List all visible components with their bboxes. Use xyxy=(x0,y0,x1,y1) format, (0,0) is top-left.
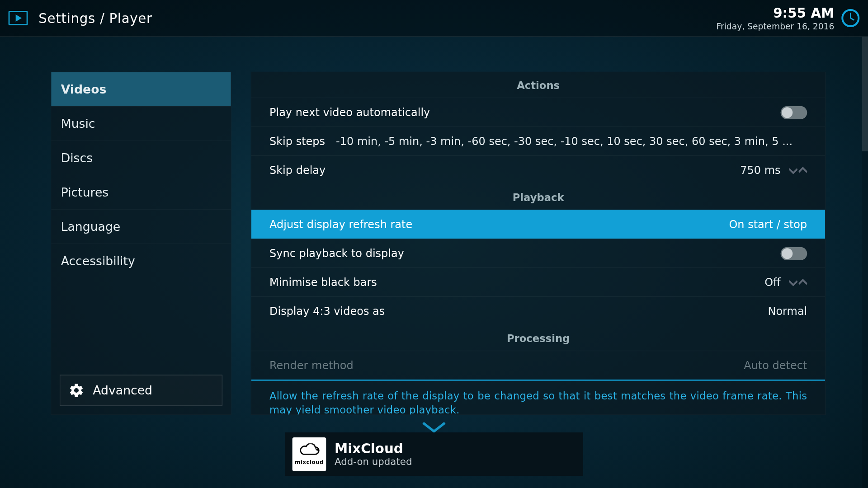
row-skip-steps[interactable]: Skip steps -10 min, -5 min, -3 min, -60 … xyxy=(251,127,825,155)
row-label: Sync playback to display xyxy=(269,247,404,260)
row-label: Display 4:3 videos as xyxy=(269,305,385,318)
row-render-method: Render method Auto detect xyxy=(251,351,825,380)
row-label: Play next video automatically xyxy=(269,106,430,119)
toggle-sync-playback[interactable] xyxy=(781,247,807,260)
section-title-actions: Actions xyxy=(251,72,825,98)
section-title-processing: Processing xyxy=(251,325,825,351)
spinner-icon[interactable] xyxy=(789,278,807,286)
row-display-4-3[interactable]: Display 4:3 videos as Normal xyxy=(251,296,825,325)
row-sync-playback[interactable]: Sync playback to display xyxy=(251,239,825,267)
sidebar-item-label: Pictures xyxy=(61,185,109,199)
row-value: Off xyxy=(764,276,780,289)
setting-hint-text: Allow the refresh rate of the display to… xyxy=(251,380,825,415)
sidebar-item-label: Discs xyxy=(61,150,93,165)
row-value: Normal xyxy=(768,305,807,318)
clock-icon xyxy=(841,9,859,27)
gear-icon xyxy=(69,383,85,399)
sidebar-item-accessibility[interactable]: Accessibility xyxy=(51,244,231,278)
row-minimise-black-bars[interactable]: Minimise black bars Off xyxy=(251,267,825,296)
sidebar-item-music[interactable]: Music xyxy=(51,106,231,141)
app-logo-icon xyxy=(9,11,28,25)
sidebar-item-language[interactable]: Language xyxy=(51,209,231,244)
toast-addon-icon: mixcloud xyxy=(292,437,326,471)
settings-level-button[interactable]: Advanced xyxy=(60,375,222,406)
settings-content: Actions Play next video automatically Sk… xyxy=(251,72,826,415)
row-value: On start / stop xyxy=(729,218,807,231)
row-value: -10 min, -5 min, -3 min, -60 sec, -30 se… xyxy=(336,135,807,148)
sidebar-item-label: Music xyxy=(61,116,95,131)
clock-time: 9:55 AM xyxy=(717,5,835,20)
row-label: Skip delay xyxy=(269,164,326,177)
toast-logo-text: mixcloud xyxy=(295,459,324,465)
spinner-icon[interactable] xyxy=(789,166,807,174)
row-skip-delay[interactable]: Skip delay 750 ms xyxy=(251,155,825,184)
sidebar-item-label: Videos xyxy=(61,82,107,96)
row-value: 750 ms xyxy=(740,164,780,177)
sidebar-item-label: Accessibility xyxy=(61,253,135,268)
row-value: Auto detect xyxy=(744,359,807,372)
toast-title: MixCloud xyxy=(335,441,412,456)
row-label: Render method xyxy=(269,359,354,372)
row-label: Skip steps xyxy=(269,135,325,148)
notification-toast[interactable]: mixcloud MixCloud Add-on updated xyxy=(285,432,583,476)
breadcrumb: Settings / Player xyxy=(38,10,152,25)
settings-sidebar: Videos Music Discs Pictures Language Acc… xyxy=(51,72,231,415)
sidebar-item-label: Language xyxy=(61,219,121,234)
scrollbar[interactable] xyxy=(862,37,868,488)
row-label: Minimise black bars xyxy=(269,276,377,289)
row-play-next-automatically[interactable]: Play next video automatically xyxy=(251,98,825,127)
sidebar-item-pictures[interactable]: Pictures xyxy=(51,175,231,209)
row-label: Adjust display refresh rate xyxy=(269,218,412,231)
settings-level-label: Advanced xyxy=(93,383,152,398)
toast-subtitle: Add-on updated xyxy=(335,456,412,467)
sidebar-item-discs[interactable]: Discs xyxy=(51,141,231,175)
row-adjust-refresh-rate[interactable]: Adjust display refresh rate On start / s… xyxy=(251,210,825,239)
toggle-play-next[interactable] xyxy=(781,106,807,119)
sidebar-item-videos[interactable]: Videos xyxy=(51,72,231,106)
clock-date: Friday, September 16, 2016 xyxy=(717,21,835,31)
top-bar: Settings / Player 9:55 AM Friday, Septem… xyxy=(0,0,868,37)
section-title-playback: Playback xyxy=(251,184,825,210)
